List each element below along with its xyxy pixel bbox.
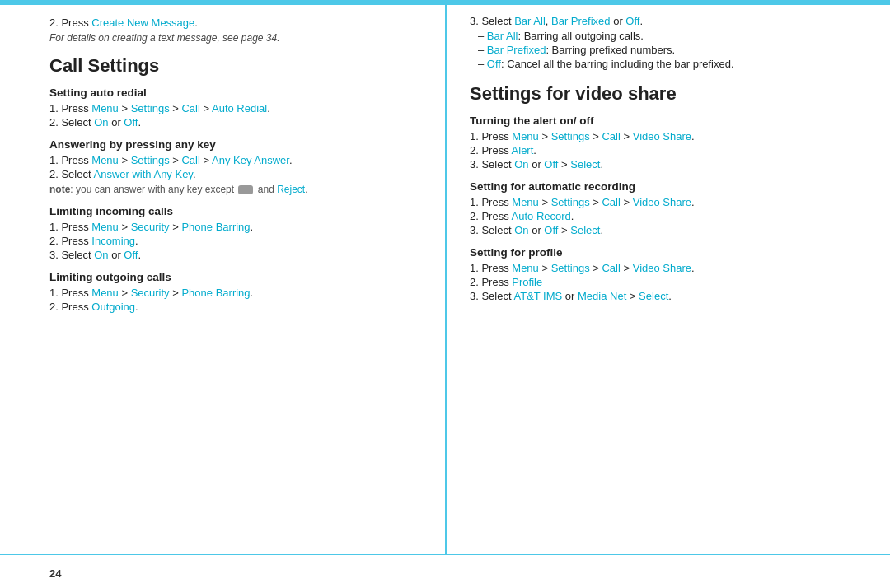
alert-link[interactable]: Alert <box>512 144 534 156</box>
call-link[interactable]: Call <box>181 102 199 114</box>
auto-recording-steps: 1. Press Menu > Settings > Call > Video … <box>470 196 849 236</box>
on-link4[interactable]: On <box>514 224 528 236</box>
off-label: Off <box>487 58 501 70</box>
profile-link[interactable]: Profile <box>512 276 542 288</box>
limiting-incoming-heading: Limiting incoming calls <box>49 205 412 217</box>
alert-on-off-heading: Turning the alert on/ off <box>470 114 849 127</box>
profile-step-1: 1. Press Menu > Settings > Call > Video … <box>470 262 849 274</box>
limiting-outgoing-heading: Limiting outgoing calls <box>49 271 412 283</box>
bar-prefixed-label: Bar Prefixed <box>487 44 546 56</box>
call-link5[interactable]: Call <box>602 130 620 142</box>
any-key-step-2: 2. Select Answer with Any Key. <box>49 168 412 180</box>
auto-redial-step-2: 2. Select On or Off. <box>49 116 412 128</box>
note-keyword: note <box>49 184 70 195</box>
video-share-link3[interactable]: Video Share <box>633 262 691 274</box>
phone-barring-link2[interactable]: Phone Barring <box>181 287 250 299</box>
any-key-note: note: you can answer with any key except… <box>49 184 412 195</box>
off-link4[interactable]: Off <box>544 158 558 170</box>
menu-link3[interactable]: Menu <box>91 221 119 233</box>
security-link2[interactable]: Security <box>131 287 170 299</box>
auto-redial-steps: 1. Press Menu > Settings > Call > Auto R… <box>49 102 412 128</box>
outgoing-link[interactable]: Outgoing <box>91 301 135 313</box>
auto-redial-link[interactable]: Auto Redial <box>212 102 267 114</box>
limiting-incoming-step-3: 3. Select On or Off. <box>49 249 412 261</box>
profile-step-2: 2. Press Profile <box>470 276 849 288</box>
select-link1[interactable]: Select <box>570 158 600 170</box>
settings-link2[interactable]: Settings <box>131 154 170 166</box>
limiting-outgoing-steps: 1. Press Menu > Security > Phone Barring… <box>49 287 412 313</box>
alert-steps: 1. Press Menu > Settings > Call > Video … <box>470 130 849 170</box>
dash-bar-all: – Bar All: Barring all outgoing calls. <box>470 30 849 42</box>
page-number: 24 <box>49 567 61 580</box>
settings-link7[interactable]: Settings <box>551 262 590 274</box>
off-link2[interactable]: Off <box>124 249 138 261</box>
auto-recording-step-2: 2. Press Auto Record. <box>470 210 849 222</box>
bottom-bar <box>0 554 890 556</box>
any-key-steps: 1. Press Menu > Settings > Call > Any Ke… <box>49 154 412 180</box>
bar-all-label: Bar All <box>487 30 518 42</box>
vertical-divider <box>445 0 447 555</box>
call-settings-title: Call Settings <box>49 55 412 77</box>
phone-icon <box>238 185 253 194</box>
any-key-answer-link[interactable]: Any Key Answer <box>212 154 289 166</box>
call-link7[interactable]: Call <box>602 262 620 274</box>
menu-link6[interactable]: Menu <box>512 196 539 208</box>
auto-recording-heading: Setting for automatic recording <box>470 180 849 193</box>
settings-link5[interactable]: Settings <box>551 130 590 142</box>
video-share-title: Settings for video share <box>470 83 849 105</box>
any-key-step-1: 1. Press Menu > Settings > Call > Any Ke… <box>49 154 412 166</box>
security-link1[interactable]: Security <box>131 221 170 233</box>
right-column: 3. Select Bar All, Bar Prefixed or Off. … <box>470 0 849 306</box>
profile-steps: 1. Press Menu > Settings > Call > Video … <box>470 262 849 302</box>
att-ims-link[interactable]: AT&T IMS <box>513 290 562 302</box>
alert-step-2: 2. Press Alert. <box>470 144 849 156</box>
select-link3[interactable]: Select <box>639 290 668 302</box>
dash-bar-prefixed: – Bar Prefixed: Barring prefixed numbers… <box>470 44 849 56</box>
menu-link2[interactable]: Menu <box>91 154 119 166</box>
reject-link[interactable]: Reject <box>277 184 305 195</box>
video-share-link1[interactable]: Video Share <box>633 130 691 142</box>
limiting-incoming-step-1: 1. Press Menu > Security > Phone Barring… <box>49 221 412 233</box>
limiting-incoming-step-2: 2. Press Incoming. <box>49 235 412 247</box>
right-intro: 3. Select Bar All, Bar Prefixed or Off. … <box>470 15 849 70</box>
incoming-link[interactable]: Incoming <box>91 235 135 247</box>
right-intro-step3-text: 3. Select Bar All, Bar Prefixed or Off. <box>470 15 849 27</box>
off-link[interactable]: Off <box>124 116 138 128</box>
menu-link7[interactable]: Menu <box>512 262 539 274</box>
on-link3[interactable]: On <box>514 158 528 170</box>
menu-link4[interactable]: Menu <box>91 287 119 299</box>
select-link2[interactable]: Select <box>570 224 600 236</box>
auto-record-link[interactable]: Auto Record <box>512 210 571 222</box>
off-link5[interactable]: Off <box>544 224 558 236</box>
limiting-outgoing-step-2: 2. Press Outgoing. <box>49 301 412 313</box>
limiting-incoming-steps: 1. Press Menu > Security > Phone Barring… <box>49 221 412 261</box>
bar-all-link[interactable]: Bar All <box>514 15 546 27</box>
intro-step: 2. Press Create New Message. <box>49 16 412 29</box>
menu-link5[interactable]: Menu <box>512 130 539 142</box>
answer-with-any-key-link[interactable]: Answer with Any Key <box>93 168 192 180</box>
settings-link6[interactable]: Settings <box>551 196 590 208</box>
auto-recording-step-3: 3. Select On or Off > Select. <box>470 224 849 236</box>
settings-link[interactable]: Settings <box>131 102 170 114</box>
profile-step-3: 3. Select AT&T IMS or Media Net > Select… <box>470 290 849 302</box>
on-link[interactable]: On <box>94 116 108 128</box>
bar-prefixed-link[interactable]: Bar Prefixed <box>551 15 611 27</box>
call-link2[interactable]: Call <box>181 154 199 166</box>
limiting-outgoing-step-1: 1. Press Menu > Security > Phone Barring… <box>49 287 412 299</box>
dash-off: – Off: Cancel all the barring including … <box>470 58 849 70</box>
auto-redial-heading: Setting auto redial <box>49 86 412 99</box>
intro-italic-note: For details on creating a text message, … <box>49 32 412 44</box>
any-key-heading: Answering by pressing any key <box>49 138 412 151</box>
media-net-link[interactable]: Media Net <box>578 290 626 302</box>
off-link3[interactable]: Off <box>625 15 639 27</box>
menu-link[interactable]: Menu <box>91 102 119 114</box>
right-intro-step3: 3. Select Bar All, Bar Prefixed or Off. … <box>470 15 849 70</box>
call-link6[interactable]: Call <box>602 196 620 208</box>
profile-heading: Setting for profile <box>470 246 849 259</box>
create-new-message-link[interactable]: Create New Message <box>91 16 194 29</box>
video-share-link2[interactable]: Video Share <box>633 196 691 208</box>
phone-barring-link1[interactable]: Phone Barring <box>181 221 250 233</box>
alert-step-1: 1. Press Menu > Settings > Call > Video … <box>470 130 849 142</box>
on-link2[interactable]: On <box>94 249 108 261</box>
alert-step-3: 3. Select On or Off > Select. <box>470 158 849 170</box>
